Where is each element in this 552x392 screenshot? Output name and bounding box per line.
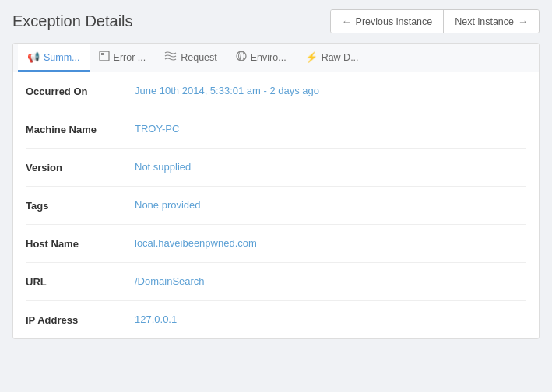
prev-instance-label: Previous instance [356,16,433,27]
tab-environ-label: Enviro... [251,52,287,63]
error-icon [99,51,110,64]
details-table: Occurred On June 10th 2014, 5:33:01 am -… [13,72,539,338]
svg-line-3 [240,51,241,61]
detail-row-occurred-on: Occurred On June 10th 2014, 5:33:01 am -… [26,72,526,110]
label-ip-address: IP Address [26,313,135,326]
value-host-name: local.haveibeenpwned.com [135,237,257,249]
tab-request-label: Request [181,52,217,63]
value-version: Not supplied [135,161,191,173]
label-host-name: Host Name [26,237,135,250]
tab-error[interactable]: Error ... [90,44,156,72]
summary-icon: 📢 [27,51,40,63]
detail-row-ip-address: IP Address 127.0.0.1 [26,301,526,338]
next-instance-button[interactable]: Next instance → [444,10,539,33]
detail-row-url: URL /DomainSearch [26,263,526,301]
tab-summary[interactable]: 📢 Summ... [18,44,90,72]
label-tags: Tags [26,199,135,212]
label-machine-name: Machine Name [26,123,135,135]
tab-rawdata[interactable]: ⚡ Raw D... [296,44,368,72]
environ-icon [236,51,247,64]
svg-rect-1 [101,53,104,55]
label-url: URL [26,275,135,288]
header-row: Exception Details ← Previous instance Ne… [12,9,540,33]
tab-environ[interactable]: Enviro... [227,44,296,72]
detail-row-machine-name: Machine Name TROY-PC [26,110,526,149]
value-ip-address: 127.0.0.1 [135,313,177,325]
label-occurred-on: Occurred On [26,85,135,97]
nav-buttons: ← Previous instance Next instance → [330,9,540,33]
value-machine-name: TROY-PC [135,123,179,135]
tab-request[interactable]: Request [155,44,227,72]
prev-arrow: ← [342,16,352,27]
page-container: Exception Details ← Previous instance Ne… [0,0,552,392]
value-url: /DomainSearch [135,275,205,287]
svg-rect-0 [100,51,109,61]
detail-row-host-name: Host Name local.haveibeenpwned.com [26,225,526,263]
tabs-bar: 📢 Summ... Error ... [13,44,539,72]
value-tags: None provided [135,199,201,211]
detail-row-version: Version Not supplied [26,149,526,187]
main-card: 📢 Summ... Error ... [12,43,540,339]
request-icon [164,51,177,63]
tab-rawdata-label: Raw D... [322,52,359,63]
tab-summary-label: Summ... [44,52,80,63]
next-instance-label: Next instance [455,16,514,27]
detail-row-tags: Tags None provided [26,187,526,225]
next-arrow: → [518,16,528,27]
rawdata-icon: ⚡ [305,51,318,63]
prev-instance-button[interactable]: ← Previous instance [331,10,445,33]
value-occurred-on: June 10th 2014, 5:33:01 am - 2 days ago [135,85,319,96]
label-version: Version [26,161,135,173]
page-title: Exception Details [12,12,133,30]
tab-error-label: Error ... [114,52,146,63]
